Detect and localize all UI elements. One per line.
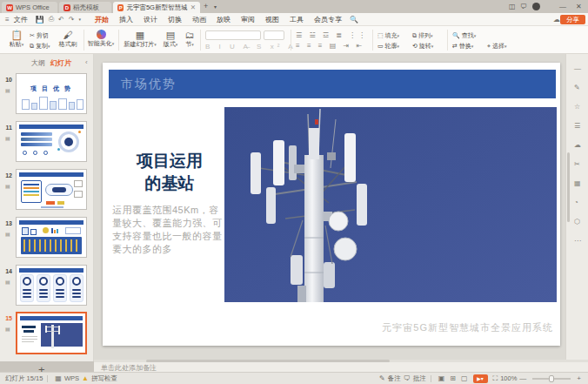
menu-tab-member[interactable]: 会员专享 (311, 15, 344, 24)
zoom-slider-thumb[interactable] (549, 375, 554, 382)
menu-tab-review[interactable]: 审阅 (238, 15, 257, 24)
slide-title-line1: 项目运用 (115, 150, 224, 172)
reading-view-icon[interactable]: ▢ (461, 374, 468, 382)
slide-sorter-view-icon[interactable]: ⊞ (450, 374, 456, 382)
zoom-in-icon[interactable]: + (577, 374, 581, 382)
new-tab-button[interactable]: + (204, 2, 208, 10)
find-button[interactable]: 🔍 查找▾ (452, 31, 476, 40)
new-slide-button[interactable]: ▦ 新建幻灯片▾ (122, 30, 158, 49)
cut-button[interactable]: ✂ 剪切 (30, 31, 49, 40)
menu-tab-tools[interactable]: 工具 (287, 15, 306, 24)
more-panels-icon[interactable]: ⋯ (574, 237, 581, 245)
redo-icon[interactable]: ↷ (69, 16, 75, 24)
slide-number: 12 (0, 172, 12, 179)
slide-body-textbox[interactable]: 运用覆盖范围45Km，容量较大、覆盖能力强、可支持容量也比一般的容量要大的多的多 (112, 204, 224, 256)
tab-outline[interactable]: 大纲 (31, 58, 45, 68)
slide-header-bar[interactable]: 市场优势 (109, 70, 556, 98)
minimize-window-icon[interactable]: — (559, 2, 566, 11)
animation-pane-icon[interactable]: ☆ (574, 103, 580, 111)
notes-toggle-icon[interactable]: ✎ (379, 374, 385, 382)
notes-bar[interactable]: 单击此处添加备注 (94, 362, 588, 372)
current-slide[interactable]: 市场优势 项目运用 的基站 运用覆盖范围45Km，容量较大、覆盖能力强、可支持容… (103, 63, 560, 346)
copy-button[interactable]: ⧉ 复制▾ (30, 42, 50, 51)
font-name-select[interactable] (205, 30, 261, 40)
search-commands-icon[interactable]: 🔍 (350, 16, 358, 24)
collapse-panel-icon[interactable]: ‹ (85, 58, 88, 66)
document-tab-active[interactable]: P 元宇宙5G新型智慧城... ✕ (113, 2, 200, 13)
vertical-scrollbar[interactable] (567, 152, 570, 222)
paragraph-buttons-row1[interactable]: ☰ ☱ ☲ ≣ ⋮⋮ (296, 31, 368, 39)
find-label: 查找 (462, 32, 474, 38)
menu-tab-insert[interactable]: 插入 (117, 15, 136, 24)
layout-button[interactable]: ▤ 版式▾ (160, 30, 181, 49)
close-window-icon[interactable]: ✕ (576, 2, 582, 11)
chart-pane-icon[interactable]: ◔ (574, 199, 578, 206)
rotate-button[interactable]: ⟲ 旋转▾ (412, 42, 433, 51)
menu-tab-view[interactable]: 视图 (263, 15, 282, 24)
comments-toggle-label[interactable]: 批注 (413, 374, 426, 383)
properties-icon[interactable]: ✎ (574, 84, 580, 91)
cell-tower-photo[interactable] (224, 107, 557, 302)
replace-button[interactable]: ⇄ 替换▾ (452, 42, 473, 51)
layout-switch-icon[interactable]: ◫ (509, 2, 516, 11)
notes-toggle-label[interactable]: 备注 (388, 374, 401, 383)
print-icon[interactable]: ⎙ (49, 15, 54, 24)
qat-chevron-icon[interactable]: ▾ (78, 17, 81, 22)
undo-icon[interactable]: ↶ (58, 16, 64, 24)
close-document-icon[interactable]: ✕ (190, 3, 196, 11)
tab-list-chevron-icon[interactable]: ▾ (214, 3, 217, 10)
arrange-button[interactable]: ⧉ 排列▾ (412, 31, 432, 40)
menu-tab-transition[interactable]: 切换 (165, 15, 184, 24)
cloud-sync-icon[interactable]: ☁ (553, 16, 560, 24)
menu-file[interactable]: 文件 (11, 15, 30, 24)
thumbnail-slide-11[interactable] (16, 121, 87, 162)
collapse-strip-icon[interactable]: — (574, 64, 581, 72)
share-button[interactable]: 分享 (560, 15, 585, 24)
slide-footer-textbox[interactable]: 元宇宙5G新型智慧城市全景应用系统 (382, 321, 553, 334)
grid-pane-icon[interactable]: ▦ (574, 179, 581, 187)
fit-slide-icon[interactable]: ⛶ (493, 374, 498, 383)
shape-pane-icon[interactable]: ⬡ (574, 218, 580, 226)
smart-beautify-button[interactable]: 智能美化▾ (87, 30, 115, 48)
message-icon[interactable]: 🗩 (520, 2, 527, 11)
shape-fill-button[interactable]: ⬚ 填充▾ (378, 31, 399, 40)
paste-button[interactable]: 📋 粘贴▾ (7, 30, 26, 49)
menu-tab-slideshow[interactable]: 放映 (214, 15, 233, 24)
menu-tab-home[interactable]: 开始 (92, 15, 111, 24)
thumbnail-slide-12[interactable] (16, 169, 87, 210)
presentation-logo-icon: P (117, 4, 124, 11)
slide-title-textbox[interactable]: 项目运用 的基站 (115, 150, 224, 195)
slide-number: 13 (0, 220, 12, 226)
smart-beautify-icon (97, 30, 106, 39)
spellcheck-label[interactable]: 拼写检查 (91, 374, 117, 383)
zoom-slider[interactable] (532, 378, 571, 380)
zoom-out-icon[interactable]: — (519, 374, 526, 382)
wps-theme-label[interactable]: WPS (64, 374, 79, 382)
outline-pane-icon[interactable]: ☰ (574, 122, 580, 130)
normal-view-icon[interactable]: ▣ (438, 374, 445, 382)
comments-toggle-icon[interactable]: 🗨 (404, 374, 411, 382)
cut-pane-icon[interactable]: ✂ (574, 160, 580, 168)
thumbnail-slide-13[interactable] (16, 217, 87, 258)
thumbnail-slide-15-current[interactable] (16, 312, 87, 354)
menu-tab-design[interactable]: 设计 (141, 15, 160, 24)
save-icon[interactable]: 💾 (36, 16, 44, 24)
format-painter-button[interactable]: 🖌 格式刷 (56, 30, 80, 49)
thumbnail-slide-14[interactable] (16, 265, 87, 306)
thumbnail-slide-10[interactable]: 项 目 优 势 (16, 73, 87, 114)
paragraph-buttons-row2[interactable]: ≡ ≡ ≡ ▤ ⇥ ⇤ (296, 42, 364, 50)
font-style-buttons[interactable]: B I U A̶ S x² A (205, 43, 296, 51)
tab-slides[interactable]: 幻灯片 (50, 58, 71, 68)
docer-logo-icon: D (63, 4, 70, 11)
slideshow-play-button[interactable]: ▶▾ (473, 374, 488, 383)
app-tab-docer[interactable]: D 稻壳模板 (59, 2, 111, 13)
shape-outline-button[interactable]: ▭ 轮廓▾ (378, 42, 399, 51)
user-avatar[interactable] (532, 3, 540, 10)
app-tab-wps-office[interactable]: W WPS Office (2, 2, 57, 13)
font-size-select[interactable] (264, 30, 284, 40)
cloud-pane-icon[interactable]: ☁ (574, 141, 581, 149)
theme-icon: ▦ (55, 374, 62, 382)
menu-tab-animation[interactable]: 动画 (190, 15, 209, 24)
select-button[interactable]: ⌖ 选择▾ (487, 42, 506, 51)
section-button[interactable]: 🗂 节▾ (183, 30, 197, 49)
